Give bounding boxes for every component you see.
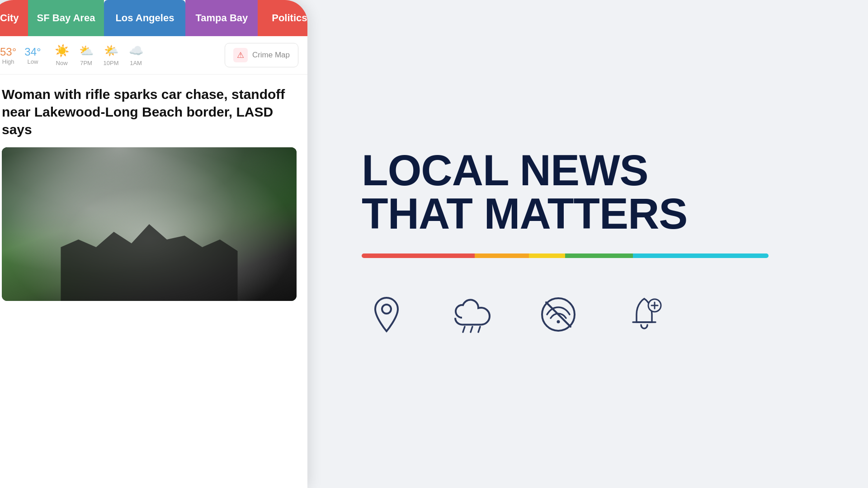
temp-high-item: 53° High bbox=[0, 46, 16, 65]
temp-low-label: Low bbox=[28, 58, 38, 65]
cloudy-icon: 🌤️ bbox=[104, 44, 118, 58]
temp-low-item: 34° Low bbox=[24, 46, 41, 65]
bar-segment-green bbox=[565, 253, 633, 258]
location-pin-icon bbox=[362, 290, 411, 339]
wifi-off-icon bbox=[533, 290, 583, 339]
notification-add-icon bbox=[619, 290, 669, 339]
right-panel: LOCAL NEWS THAT MATTERS bbox=[307, 0, 868, 488]
bar-segment-red bbox=[362, 253, 475, 258]
tab-city[interactable]: City bbox=[0, 0, 28, 36]
tab-politics[interactable]: Politics bbox=[258, 0, 307, 36]
crime-alert-icon: ⚠ bbox=[233, 48, 248, 62]
temp-high-value: 53° bbox=[0, 46, 16, 58]
nav-tabs: City SF Bay Area Los Angeles Tampa Bay P… bbox=[0, 0, 307, 36]
crime-map-label: Crime Map bbox=[252, 51, 290, 60]
scene-background bbox=[2, 147, 297, 301]
crime-map-button[interactable]: ⚠ Crime Map bbox=[225, 43, 298, 67]
overcast-icon: ☁️ bbox=[129, 44, 143, 58]
svg-line-2 bbox=[471, 327, 472, 332]
tab-sf-bay-area[interactable]: SF Bay Area bbox=[28, 0, 104, 36]
weather-now: ☀️ Now bbox=[55, 44, 69, 66]
weather-time-10pm: 10PM bbox=[104, 60, 119, 66]
weather-10pm: 🌤️ 10PM bbox=[104, 44, 119, 66]
temp-high-label: High bbox=[2, 58, 14, 65]
tab-los-angeles[interactable]: Los Angeles bbox=[104, 0, 185, 36]
svg-line-3 bbox=[478, 327, 480, 332]
alerts-feature bbox=[619, 290, 669, 339]
partly-cloudy-icon: ⛅ bbox=[79, 44, 94, 58]
bar-segment-cyan bbox=[633, 253, 769, 258]
weather-7pm: ⛅ 7PM bbox=[79, 44, 94, 66]
weather-temps: 53° High 34° Low bbox=[0, 46, 41, 65]
tagline-line1: LOCAL NEWS bbox=[362, 149, 814, 192]
article-image[interactable] bbox=[2, 147, 297, 301]
sun-icon: ☀️ bbox=[55, 44, 69, 58]
article-section: Woman with rifle sparks car chase, stand… bbox=[0, 75, 307, 301]
temp-low-value: 34° bbox=[24, 46, 41, 58]
bar-segment-yellow bbox=[529, 253, 565, 258]
weather-forecast: ☀️ Now ⛅ 7PM 🌤️ 10PM ☁️ 1AM bbox=[55, 44, 211, 66]
weather-time-1am: 1AM bbox=[130, 60, 142, 66]
weather-time-7pm: 7PM bbox=[80, 60, 92, 66]
tab-tampa-bay[interactable]: Tampa Bay bbox=[185, 0, 258, 36]
weather-1am: ☁️ 1AM bbox=[129, 44, 143, 66]
feature-icons bbox=[362, 290, 814, 339]
weather-time-now: Now bbox=[56, 60, 68, 66]
weather-bar: 53° High 34° Low ☀️ Now ⛅ 7PM 🌤️ bbox=[0, 36, 307, 75]
weather-rain-icon bbox=[448, 290, 497, 339]
bar-segment-orange bbox=[475, 253, 529, 258]
svg-point-5 bbox=[557, 320, 560, 324]
svg-line-1 bbox=[463, 327, 465, 332]
location-feature bbox=[362, 290, 411, 339]
color-bar bbox=[362, 253, 769, 258]
offline-feature bbox=[533, 290, 583, 339]
article-headline[interactable]: Woman with rifle sparks car chase, stand… bbox=[2, 85, 297, 138]
phone-panel: City SF Bay Area Los Angeles Tampa Bay P… bbox=[0, 0, 307, 488]
weather-feature bbox=[448, 290, 497, 339]
phone-mockup: City SF Bay Area Los Angeles Tampa Bay P… bbox=[0, 0, 307, 488]
tagline-line2: THAT MATTERS bbox=[362, 192, 814, 235]
svg-point-0 bbox=[382, 305, 391, 314]
